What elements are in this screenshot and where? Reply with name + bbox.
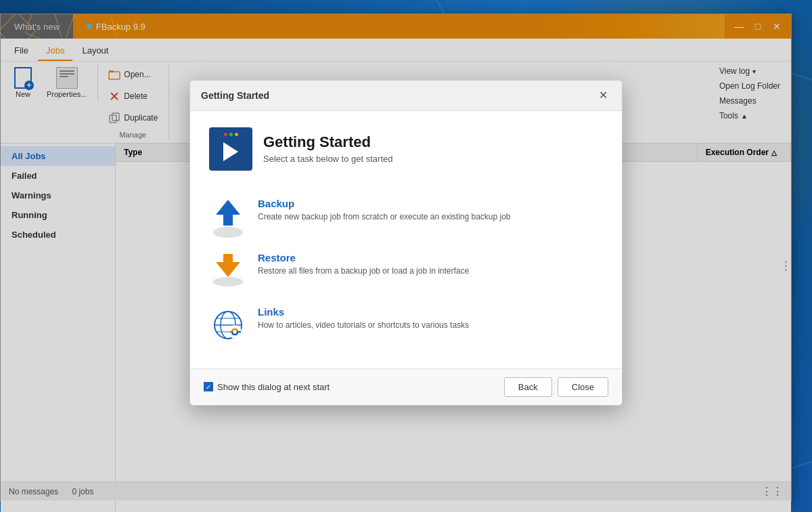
dialog-header-texts: Getting Started Select a task below to g… <box>263 133 393 164</box>
dialog-main-title: Getting Started <box>263 133 393 151</box>
dialog-item-restore[interactable]: Restore Restore all files from a backup … <box>209 244 603 298</box>
restore-desc: Restore all files from a backup job or l… <box>258 265 469 277</box>
dialog-close-button[interactable]: ✕ <box>595 87 611 104</box>
links-title: Links <box>258 306 469 318</box>
dialog-title: Getting Started <box>201 90 269 101</box>
back-button[interactable]: Back <box>504 377 552 397</box>
backup-title: Backup <box>258 198 511 209</box>
show-dialog-checkbox[interactable]: ✓ <box>204 382 213 391</box>
links-text: Links How to articles, video tutorials o… <box>258 306 469 331</box>
icon-dots <box>212 133 250 136</box>
backup-desc: Create new backup job from scratch or ex… <box>258 211 511 223</box>
show-dialog-label: Show this dialog at next start <box>217 382 330 392</box>
dialog-titlebar: Getting Started ✕ <box>190 81 622 111</box>
dialog-footer: ✓ Show this dialog at next start Back Cl… <box>190 368 622 405</box>
checkmark-icon: ✓ <box>206 383 211 391</box>
backup-icon <box>209 198 247 236</box>
links-desc: How to articles, video tutorials or shor… <box>258 320 469 331</box>
dialog-header-icon <box>209 127 252 171</box>
dialog-item-backup[interactable]: Backup Create new backup job from scratc… <box>209 190 603 244</box>
restore-text: Restore Restore all files from a backup … <box>258 252 469 277</box>
dialog-body: Getting Started Select a task below to g… <box>190 111 622 368</box>
play-triangle <box>223 142 238 161</box>
dialog-overlay: Getting Started ✕ <box>0 0 812 512</box>
getting-started-dialog: Getting Started ✕ <box>189 80 623 406</box>
dialog-subtitle: Select a task below to get started <box>263 154 393 164</box>
play-icon <box>212 130 250 168</box>
links-icon <box>209 306 247 344</box>
close-button[interactable]: Close <box>558 377 608 397</box>
restore-title: Restore <box>258 252 469 263</box>
footer-buttons: Back Close <box>504 377 608 397</box>
backup-text: Backup Create new backup job from scratc… <box>258 198 511 223</box>
restore-icon <box>209 252 247 290</box>
globe-svg <box>212 309 244 341</box>
show-dialog-checkbox-wrapper[interactable]: ✓ Show this dialog at next start <box>204 382 330 392</box>
dialog-item-links[interactable]: Links How to articles, video tutorials o… <box>209 298 603 352</box>
dialog-header-section: Getting Started Select a task below to g… <box>209 127 603 171</box>
